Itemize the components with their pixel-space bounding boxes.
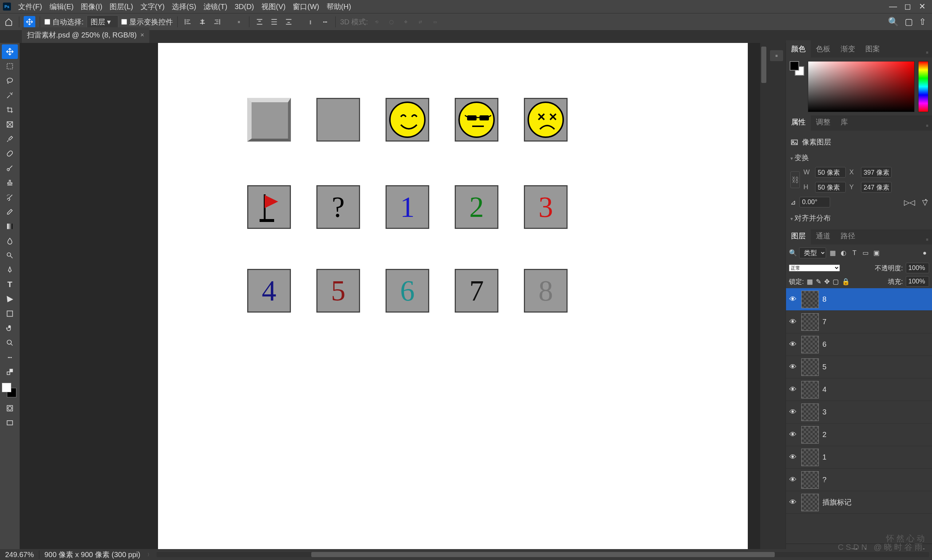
zoom-readout[interactable]: 249.67% <box>0 551 39 559</box>
align-hcenter-button[interactable] <box>197 16 208 28</box>
layer-thumb[interactable] <box>801 291 819 308</box>
gradient-tool[interactable] <box>2 219 18 234</box>
swap-colors-button[interactable] <box>2 365 18 379</box>
panel-menu-button[interactable]: ≡ <box>923 234 932 245</box>
shape-tool[interactable] <box>2 306 18 321</box>
lock-paint-button[interactable]: ✎ <box>816 278 821 286</box>
filter-icon[interactable]: 🔍 <box>789 249 797 257</box>
canvas[interactable]: ?12345678 <box>20 43 767 560</box>
layer-thumb[interactable] <box>801 313 819 331</box>
eyedropper-tool[interactable] <box>2 132 18 146</box>
menu-item[interactable]: 窗口(W) <box>289 0 323 13</box>
auto-select-checkbox[interactable]: 自动选择: <box>45 17 84 27</box>
layer-row[interactable]: 👁 5 <box>786 356 932 378</box>
layer-row[interactable]: 👁 4 <box>786 378 932 401</box>
panel-tab[interactable]: 通道 <box>811 228 835 245</box>
layer-thumb[interactable] <box>801 336 819 353</box>
move-tool-indicator[interactable] <box>24 16 35 28</box>
home-button[interactable] <box>3 16 15 28</box>
zoom-tool[interactable] <box>2 335 18 350</box>
menu-item[interactable]: 编辑(E) <box>46 0 77 13</box>
layer-thumb[interactable] <box>801 449 819 466</box>
panel-tab[interactable]: 图案 <box>860 40 885 57</box>
minimize-button[interactable]: — <box>889 3 897 11</box>
layer-name[interactable]: 3 <box>823 408 930 416</box>
flip-h-button[interactable]: ▷◁ <box>904 198 915 207</box>
x-input[interactable] <box>861 167 892 178</box>
filter-adjust-icon[interactable]: ◐ <box>839 249 848 257</box>
path-tool[interactable] <box>2 292 18 306</box>
menu-item[interactable]: 视图(V) <box>258 0 290 13</box>
screen-mode-button[interactable] <box>2 415 18 430</box>
panel-tab[interactable]: 路径 <box>835 228 860 245</box>
layer-name[interactable]: ? <box>823 475 930 484</box>
lasso-tool[interactable] <box>2 74 18 88</box>
vertical-scrollbar[interactable] <box>760 43 767 549</box>
align-section-header[interactable]: 对齐并分布 <box>790 209 927 225</box>
layer-thumb[interactable] <box>801 358 819 376</box>
menu-item[interactable]: 图像(I) <box>77 0 106 13</box>
visibility-toggle[interactable]: 👁 <box>788 475 798 484</box>
visibility-toggle[interactable]: 👁 <box>788 453 798 462</box>
stamp-tool[interactable] <box>2 175 18 190</box>
color-panel-swatch[interactable] <box>790 61 804 76</box>
width-input[interactable] <box>815 167 846 178</box>
panel-tab[interactable]: 颜色 <box>786 40 811 57</box>
panel-tab[interactable]: 库 <box>835 114 853 131</box>
lock-pos-button[interactable]: ✥ <box>824 278 830 286</box>
color-field[interactable] <box>808 61 915 112</box>
align-right-button[interactable] <box>211 16 223 28</box>
layer-name[interactable]: 1 <box>823 453 930 462</box>
frame-tool[interactable] <box>2 117 18 132</box>
heal-tool[interactable] <box>2 146 18 161</box>
lock-all-button[interactable]: 🔒 <box>842 278 850 286</box>
lock-artb-button[interactable]: ▢ <box>833 278 839 286</box>
history-brush-tool[interactable] <box>2 190 18 205</box>
panel-menu-button[interactable]: ≡ <box>923 47 932 57</box>
close-tab-button[interactable]: × <box>140 31 145 39</box>
auto-select-target-select[interactable]: 图层 ▾ <box>87 15 119 29</box>
angle-input[interactable] <box>800 197 830 208</box>
menu-item[interactable]: 3D(D) <box>231 0 257 13</box>
visibility-toggle[interactable]: 👁 <box>788 498 798 506</box>
layer-name[interactable]: 7 <box>823 318 930 326</box>
layer-name[interactable]: 4 <box>823 385 930 394</box>
layer-row[interactable]: 👁 1 <box>786 446 932 469</box>
layer-name[interactable]: 2 <box>823 431 930 439</box>
menu-item[interactable]: 选择(S) <box>168 0 200 13</box>
filter-shape-icon[interactable]: ▭ <box>861 249 870 257</box>
wand-tool[interactable] <box>2 88 18 103</box>
panel-tab[interactable]: 调整 <box>811 114 835 131</box>
height-input[interactable] <box>815 182 846 192</box>
layer-name[interactable]: 5 <box>823 363 930 371</box>
transform-section-header[interactable]: 变换 <box>790 149 927 165</box>
align-top-button[interactable]: ≡ <box>233 16 245 28</box>
layer-row[interactable]: 👁 6 <box>786 333 932 356</box>
menu-item[interactable]: 帮助(H) <box>323 0 355 13</box>
filter-smart-icon[interactable]: ▣ <box>872 249 881 257</box>
visibility-toggle[interactable]: 👁 <box>788 318 798 326</box>
layer-filter-select[interactable]: 类型 <box>799 248 826 258</box>
blend-mode-select[interactable]: 正常 <box>789 265 840 271</box>
layer-row[interactable]: 👁 7 <box>786 311 932 333</box>
type-tool[interactable]: T <box>2 277 18 292</box>
hand-tool[interactable] <box>2 321 18 335</box>
maximize-button[interactable]: ◻ <box>904 3 912 11</box>
visibility-toggle[interactable]: 👁 <box>788 340 798 349</box>
visibility-toggle[interactable]: 👁 <box>788 295 798 303</box>
crop-tool[interactable] <box>2 103 18 117</box>
hue-strip[interactable] <box>918 61 928 112</box>
search-button[interactable]: 🔍 <box>888 17 899 27</box>
menu-item[interactable]: 文件(F) <box>15 0 46 13</box>
menu-item[interactable]: 滤镜(T) <box>200 0 231 13</box>
panel-menu-button[interactable]: ≡ <box>923 120 932 131</box>
color-swatch[interactable] <box>2 383 16 397</box>
menu-item[interactable]: 图层(L) <box>106 0 137 13</box>
show-transform-checkbox[interactable]: 显示变换控件 <box>121 17 173 27</box>
visibility-toggle[interactable]: 👁 <box>788 408 798 416</box>
edit-toolbar-button[interactable]: ••• <box>2 350 18 365</box>
link-wh-button[interactable]: ⛓ <box>790 171 800 188</box>
move-tool[interactable] <box>2 45 18 59</box>
layer-name[interactable]: 插旗标记 <box>823 497 930 507</box>
panel-tab[interactable]: 属性 <box>786 114 811 131</box>
